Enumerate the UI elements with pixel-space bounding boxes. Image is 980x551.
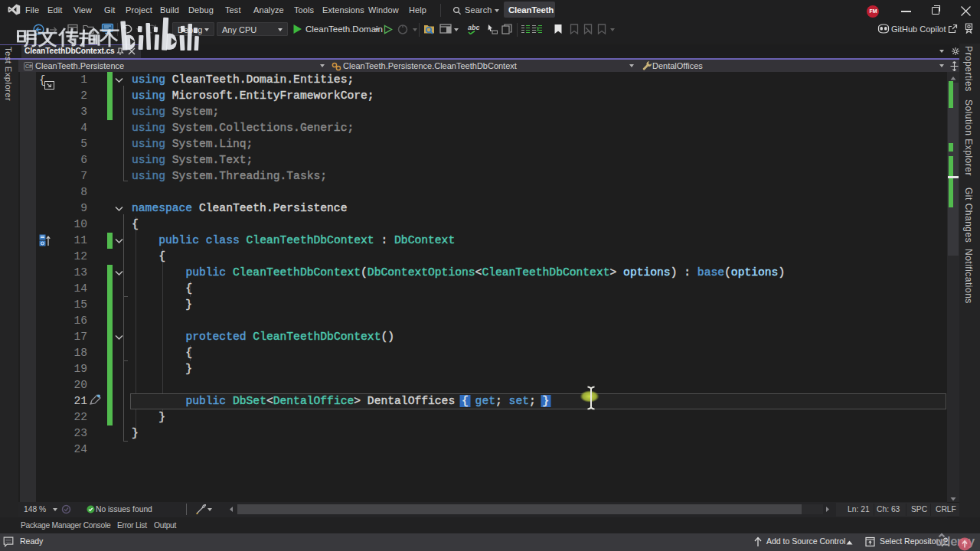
svg-text:C#: C# bbox=[25, 64, 32, 69]
